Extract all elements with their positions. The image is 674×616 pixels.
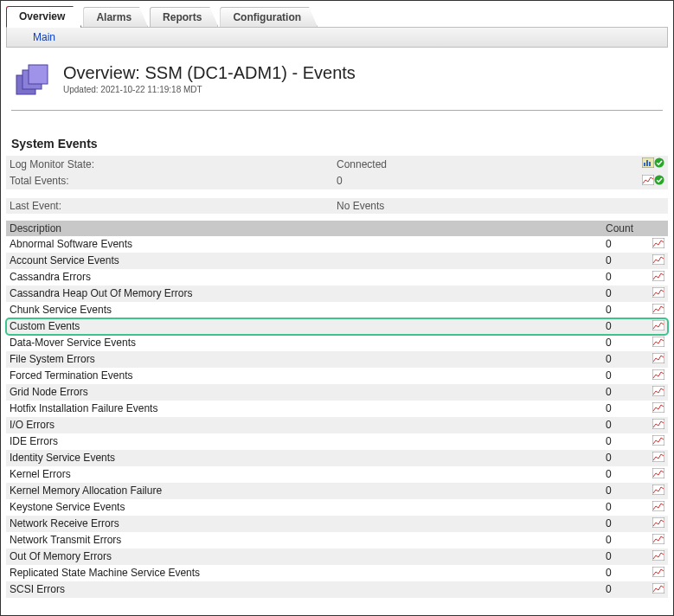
section-title: System Events — [6, 111, 668, 156]
chart-icon[interactable] — [652, 369, 664, 382]
tab-alarms[interactable]: Alarms — [83, 7, 148, 27]
total-events-value: 0 — [333, 172, 626, 189]
event-row: Cassandra Heap Out Of Memory Errors0 — [6, 286, 668, 302]
event-description: Abnormal Software Events — [6, 238, 602, 250]
svg-rect-4 — [644, 163, 645, 166]
event-row: Network Receive Errors0 — [6, 516, 668, 532]
event-count: 0 — [602, 468, 644, 480]
svg-point-7 — [655, 158, 664, 168]
event-description: Chunk Service Events — [6, 304, 602, 316]
event-description: Data-Mover Service Events — [6, 337, 602, 349]
event-row: Grid Node Errors0 — [6, 384, 668, 401]
svg-rect-6 — [649, 162, 651, 166]
subnav-main-link[interactable]: Main — [33, 31, 55, 43]
event-count: 0 — [602, 271, 644, 283]
event-description: SCSI Errors — [6, 583, 602, 595]
chart-icon[interactable] — [642, 175, 654, 188]
event-row: Hotfix Installation Failure Events0 — [6, 401, 668, 417]
tab-configuration[interactable]: Configuration — [220, 7, 318, 27]
summary-table: Log Monitor State: Connected Total Event… — [6, 156, 668, 214]
chart-icon[interactable] — [652, 484, 664, 497]
event-description: Hotfix Installation Failure Events — [6, 402, 602, 414]
svg-rect-19 — [652, 386, 664, 396]
event-count: 0 — [602, 254, 644, 266]
event-count: 0 — [602, 337, 644, 349]
event-row: Cassandra Errors0 — [6, 269, 668, 286]
chart-icon[interactable] — [652, 517, 664, 530]
event-description: Out Of Memory Errors — [6, 550, 602, 562]
svg-rect-28 — [652, 534, 664, 544]
log-monitor-value: Connected — [333, 156, 626, 172]
event-row: Replicated State Machine Service Events0 — [6, 565, 668, 581]
log-monitor-label: Log Monitor State: — [6, 156, 333, 172]
svg-rect-2 — [29, 65, 48, 84]
event-row: Account Service Events0 — [6, 253, 668, 269]
event-description: Forced Termination Events — [6, 369, 602, 382]
event-count: 0 — [602, 517, 644, 529]
event-row: Data-Mover Service Events0 — [6, 335, 668, 351]
event-description: Network Receive Errors — [6, 517, 602, 529]
chart-icon[interactable] — [652, 435, 664, 448]
event-row: Keystone Service Events0 — [6, 499, 668, 516]
event-count: 0 — [602, 484, 644, 497]
event-description: Replicated State Machine Service Events — [6, 567, 602, 579]
event-count: 0 — [602, 583, 644, 595]
chart-icon[interactable] — [652, 271, 664, 284]
event-count: 0 — [602, 238, 644, 250]
event-count: 0 — [602, 419, 644, 431]
svg-rect-22 — [652, 435, 664, 446]
event-row: Kernel Errors0 — [6, 466, 668, 483]
tab-reports[interactable]: Reports — [150, 7, 218, 27]
svg-rect-31 — [652, 583, 664, 594]
event-count: 0 — [602, 369, 644, 382]
event-row: Kernel Memory Allocation Failure0 — [6, 483, 668, 499]
chart-icon[interactable] — [652, 468, 664, 481]
event-description: Kernel Memory Allocation Failure — [6, 484, 602, 497]
chart-icon[interactable] — [652, 254, 664, 267]
event-count: 0 — [602, 386, 644, 398]
event-row: Identity Service Events0 — [6, 450, 668, 466]
chart-icon[interactable] — [652, 238, 664, 251]
svg-rect-16 — [652, 337, 664, 347]
updated-timestamp: Updated: 2021-10-22 11:19:18 MDT — [63, 85, 356, 94]
event-description: Network Transmit Errors — [6, 534, 602, 546]
svg-rect-26 — [652, 501, 664, 511]
chart-icon[interactable] — [652, 402, 664, 415]
chart-icon[interactable] — [652, 550, 664, 563]
svg-rect-10 — [652, 238, 664, 248]
chart-icon[interactable] — [652, 567, 664, 580]
chart-icon[interactable] — [652, 320, 664, 333]
event-description: Cassandra Errors — [6, 271, 602, 283]
svg-rect-12 — [652, 271, 664, 281]
tab-overview[interactable]: Overview — [6, 6, 81, 28]
svg-rect-11 — [652, 254, 664, 265]
status-ok-icon — [654, 157, 664, 170]
event-description: I/O Errors — [6, 419, 602, 431]
chart-icon[interactable] — [652, 386, 664, 399]
event-description: Custom Events — [6, 320, 602, 332]
event-count: 0 — [602, 435, 644, 447]
events-table-header: Description Count — [6, 221, 668, 236]
event-row: SCSI Errors0 — [6, 581, 668, 598]
chart-icon[interactable] — [652, 501, 664, 514]
event-count: 0 — [602, 402, 644, 414]
chart-icon[interactable] — [652, 353, 664, 366]
chart-icon[interactable] — [652, 419, 664, 432]
page-header: Overview: SSM (DC1-ADM1) - Events Update… — [6, 48, 668, 106]
chart-icon[interactable] — [652, 452, 664, 465]
chart-icon[interactable] — [652, 583, 664, 596]
event-row: Abnormal Software Events0 — [6, 236, 668, 253]
event-count: 0 — [602, 550, 644, 562]
chart-icon[interactable] — [652, 287, 664, 300]
chart-icon[interactable] — [652, 304, 664, 317]
histogram-icon[interactable] — [642, 157, 654, 170]
status-ok-icon — [654, 175, 664, 188]
chart-icon[interactable] — [652, 337, 664, 350]
last-event-label: Last Event: — [6, 198, 333, 214]
event-description: Grid Node Errors — [6, 386, 602, 398]
event-count: 0 — [602, 287, 644, 299]
svg-point-9 — [655, 175, 664, 184]
server-stack-icon — [15, 63, 51, 99]
svg-rect-14 — [652, 304, 664, 314]
chart-icon[interactable] — [652, 534, 664, 547]
